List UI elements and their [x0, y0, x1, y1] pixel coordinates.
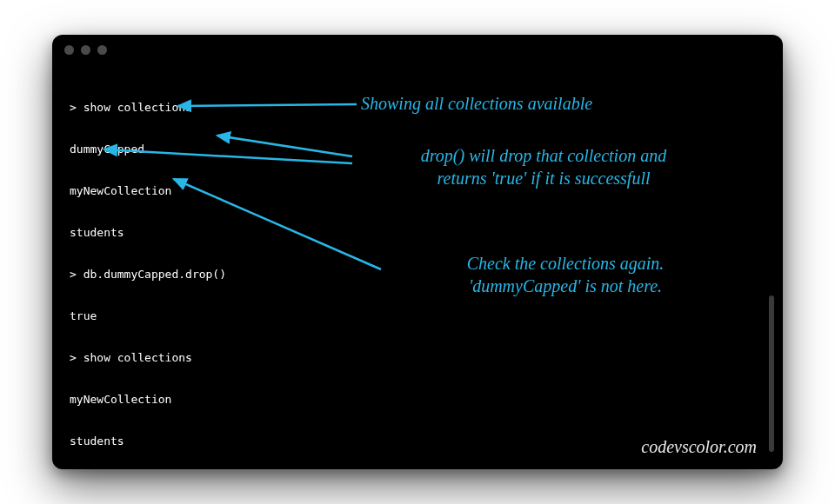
- stage: > show collections dummyCapped myNewColl…: [0, 0, 835, 504]
- traffic-light-zoom[interactable]: [97, 45, 107, 55]
- window-titlebar: [52, 35, 783, 64]
- terminal-line: > show collections: [70, 101, 765, 115]
- terminal-line: myNewCollection: [70, 184, 765, 198]
- terminal-line: > show collections: [70, 351, 765, 365]
- watermark: codevscolor.com: [641, 437, 757, 457]
- terminal-line: students: [70, 226, 765, 240]
- terminal-window: > show collections dummyCapped myNewColl…: [52, 35, 783, 469]
- terminal-line: true: [70, 309, 765, 323]
- terminal-line: dummyCapped: [70, 143, 765, 156]
- scrollbar-thumb[interactable]: [769, 295, 774, 452]
- traffic-light-minimize[interactable]: [81, 45, 90, 55]
- terminal-output[interactable]: > show collections dummyCapped myNewColl…: [70, 73, 765, 457]
- traffic-light-close[interactable]: [64, 45, 74, 55]
- terminal-line: myNewCollection: [70, 393, 765, 407]
- terminal-line: > db.dummyCapped.drop(): [70, 268, 765, 282]
